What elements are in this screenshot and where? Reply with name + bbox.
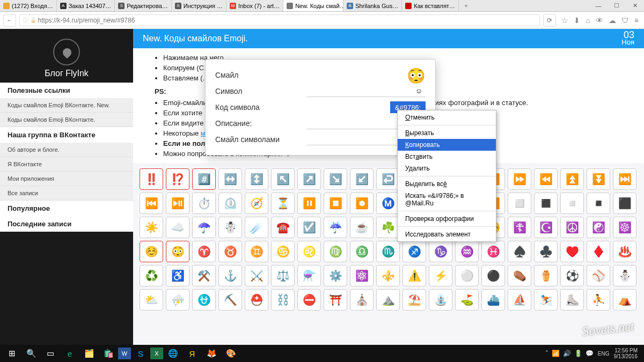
emoji-cell[interactable]: ⛓️: [271, 289, 295, 311]
emoji-cell[interactable]: ⁉️: [166, 168, 189, 190]
emoji-cell[interactable]: ⛴️: [481, 289, 505, 311]
emoji-cell[interactable]: ♻️: [140, 265, 163, 286]
emoji-cell[interactable]: ⏮️: [140, 193, 163, 214]
emoji-cell[interactable]: ⏸️: [297, 193, 321, 214]
paint-icon[interactable]: 🎨: [221, 346, 240, 361]
ctx-undo[interactable]: Отменить: [398, 112, 496, 123]
emoji-cell[interactable]: ☃️: [218, 217, 242, 238]
emoji-cell[interactable]: ↘️: [324, 168, 347, 190]
ctx-copy[interactable]: Копировать: [398, 139, 496, 151]
emoji-cell[interactable]: ♿: [166, 265, 189, 286]
popup-value-symbol[interactable]: ☺: [306, 85, 426, 97]
home-icon[interactable]: ⌂: [586, 16, 590, 25]
emoji-cell[interactable]: ◼️: [534, 193, 558, 214]
emoji-cell[interactable]: ⛳: [455, 289, 479, 311]
emoji-cell[interactable]: ☦️: [508, 217, 531, 238]
emoji-cell[interactable]: ⚓: [218, 265, 242, 286]
window-close[interactable]: ✕: [626, 0, 644, 11]
emoji-cell[interactable]: ⛑️: [245, 289, 268, 311]
emoji-cell[interactable]: ⛅: [140, 289, 163, 311]
emoji-cell[interactable]: ↙️: [350, 168, 374, 190]
sidebar-link-emoji-new[interactable]: Коды смайлов Emoji ВКонтакте. New.: [0, 98, 133, 113]
tab-5-active[interactable]: New. Коды смай…: [283, 0, 343, 11]
emoji-cell[interactable]: ⏺️: [350, 193, 374, 214]
url-input[interactable]: ⓘ 🔒 https://k-94.ru/p/emoji_new/#9786: [19, 14, 540, 26]
emoji-cell[interactable]: ‼️: [140, 168, 163, 190]
emoji-cell[interactable]: ◽: [560, 193, 584, 214]
emoji-cell[interactable]: ⚽: [560, 265, 584, 286]
emoji-cell[interactable]: ☸️: [613, 217, 636, 238]
emoji-cell[interactable]: ☺️: [140, 241, 163, 262]
emoji-cell[interactable]: ⏳: [271, 193, 295, 214]
emoji-cell[interactable]: ☘️: [376, 217, 400, 238]
ublock-icon[interactable]: 🛡: [621, 16, 629, 25]
new-tab-button[interactable]: ＋: [459, 0, 474, 11]
sidebar-link-all[interactable]: Все записи: [0, 186, 133, 201]
ctx-inspect[interactable]: Исследовать элемент: [398, 228, 496, 240]
emoji-cell[interactable]: ⛺: [613, 289, 636, 311]
emoji-cell[interactable]: ⛪: [350, 289, 374, 311]
emoji-cell[interactable]: ⚖️: [271, 265, 295, 286]
firefox-icon[interactable]: 🦊: [202, 346, 221, 361]
emoji-cell[interactable]: ⚰️: [508, 265, 531, 286]
store-icon[interactable]: 🛍️: [99, 346, 118, 361]
emoji-cell[interactable]: ⚠️: [402, 265, 426, 286]
ctx-delete[interactable]: Удалить: [398, 162, 496, 174]
sidebar-link-about[interactable]: Об авторе и блоге.: [0, 143, 133, 157]
sidebar-link-vk[interactable]: Я ВКонтакте: [0, 157, 133, 172]
cloud-icon[interactable]: ☁: [609, 16, 616, 25]
emoji-cell[interactable]: ♓: [481, 241, 505, 262]
tab-4[interactable]: MInbox (7) - art…: [226, 0, 283, 11]
emoji-cell[interactable]: ↔️: [218, 168, 242, 190]
emoji-cell[interactable]: ↗️: [297, 168, 321, 190]
emoji-cell[interactable]: ◻️: [508, 193, 531, 214]
emoji-cell[interactable]: ☮️: [560, 217, 584, 238]
sidebar-link-apps[interactable]: Мои приложения: [0, 172, 133, 186]
taskbar-search-icon[interactable]: 🔍: [21, 346, 41, 361]
emoji-cell[interactable]: ◾: [587, 193, 610, 214]
menu-icon[interactable]: ≡: [634, 16, 639, 25]
emoji-cell[interactable]: ⛸️: [560, 289, 584, 311]
explorer-icon[interactable]: 🗂️: [79, 346, 99, 361]
edge-icon[interactable]: e: [60, 346, 79, 361]
emoji-cell[interactable]: ↕️: [245, 168, 268, 190]
emoji-cell[interactable]: ⏲️: [218, 193, 242, 214]
emoji-cell[interactable]: ⚔️: [245, 265, 268, 286]
emoji-cell[interactable]: ⛄: [613, 265, 636, 286]
sidebar-link-emoji[interactable]: Коды смайлов Emoji ВКонтакте.: [0, 113, 133, 127]
download-icon[interactable]: ⬇: [574, 16, 580, 25]
reload-button[interactable]: ⟳: [543, 14, 556, 27]
emoji-cell[interactable]: ☔: [324, 217, 347, 238]
emoji-cell[interactable]: 😳: [166, 241, 189, 262]
emoji-cell[interactable]: ⛔: [297, 289, 321, 311]
emoji-cell[interactable]: ⚪: [455, 265, 479, 286]
emoji-cell[interactable]: ⚜️: [376, 265, 400, 286]
emoji-cell[interactable]: ☎️: [271, 217, 295, 238]
emoji-cell[interactable]: ⚱️: [534, 265, 558, 286]
emoji-cell[interactable]: ⚗️: [297, 265, 321, 286]
emoji-cell[interactable]: ↖️: [271, 168, 295, 190]
emoji-cell[interactable]: ☄️: [245, 217, 268, 238]
emoji-cell[interactable]: ♨️: [613, 241, 636, 262]
tray-volume-icon[interactable]: 🔊: [563, 350, 571, 357]
emoji-cell[interactable]: ♍: [324, 241, 347, 262]
emoji-cell[interactable]: ⛈️: [166, 289, 189, 311]
emoji-cell[interactable]: ⏪: [534, 168, 558, 190]
word-icon[interactable]: W: [118, 348, 131, 359]
ctx-select-all[interactable]: Выделить всё: [398, 178, 496, 190]
emoji-cell[interactable]: ⛩️: [324, 289, 347, 311]
window-minimize[interactable]: —: [589, 0, 608, 11]
emoji-cell[interactable]: 🧭: [245, 193, 268, 214]
emoji-cell[interactable]: ⚒️: [192, 265, 216, 286]
emoji-cell[interactable]: ☕: [350, 217, 374, 238]
excel-icon[interactable]: X: [150, 348, 163, 359]
emoji-cell[interactable]: ⏯️: [166, 193, 189, 214]
tab-7[interactable]: Как вставлят…: [402, 0, 459, 11]
emoji-cell[interactable]: ⛏️: [218, 289, 242, 311]
ctx-paste[interactable]: Вставить: [398, 151, 496, 162]
emoji-cell[interactable]: ♊: [245, 241, 268, 262]
emoji-cell[interactable]: ♈: [192, 241, 216, 262]
emoji-cell[interactable]: Ⓜ️: [376, 193, 400, 214]
emoji-cell[interactable]: ⛵: [508, 289, 531, 311]
tray-chevron-icon[interactable]: ˄: [545, 350, 548, 357]
